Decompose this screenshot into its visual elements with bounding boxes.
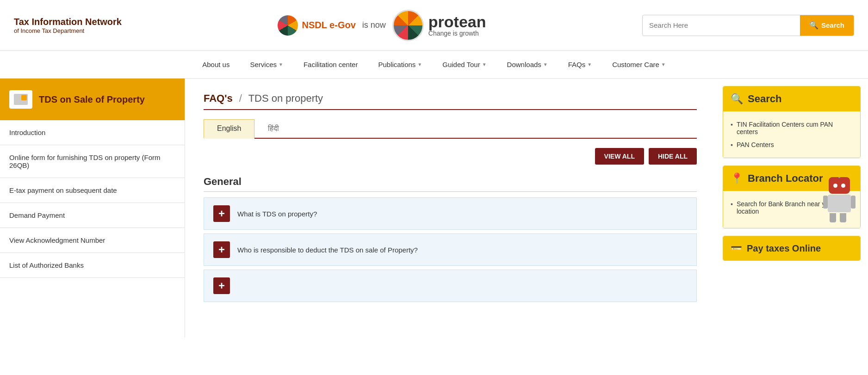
- sidebar-item-label: Demand Payment: [9, 211, 65, 219]
- sidebar-item-label: Introduction: [9, 129, 45, 136]
- sidebar-header-title: TDS on Sale of Property: [39, 93, 145, 105]
- sidebar-item-view-acknowledgment[interactable]: View Acknowledgment Number: [0, 228, 185, 253]
- search-magnifier-icon: 🔍: [731, 93, 743, 105]
- sidebar-item-label: List of Authorized Banks: [9, 261, 84, 269]
- nav-label-faqs: FAQs: [568, 61, 586, 68]
- breadcrumb: FAQ's / TDS on property: [204, 92, 697, 110]
- faq-question-2: Who is responsible to deduct the TDS on …: [237, 246, 418, 254]
- language-tabs: English हिंदी: [204, 119, 697, 139]
- search-button[interactable]: 🔍 Search: [800, 15, 854, 36]
- header: Tax Information Network of Income Tax De…: [0, 0, 868, 51]
- right-sidebar: 🔍 Search ▪ TIN Facilitation Centers cum …: [715, 79, 868, 338]
- site-title: Tax Information Network: [14, 17, 122, 27]
- faq-item-1[interactable]: + What is TDS on property?: [204, 197, 697, 230]
- tab-english[interactable]: English: [204, 119, 254, 139]
- search-icon: 🔍: [809, 21, 818, 30]
- sidebar-item-label: View Acknowledgment Number: [9, 236, 105, 244]
- breadcrumb-separator: /: [239, 92, 242, 104]
- action-buttons: VIEW ALL HIDE ALL: [204, 148, 697, 165]
- sidebar-item-etax[interactable]: E-tax payment on subsequent date: [0, 178, 185, 203]
- tab-hindi[interactable]: हिंदी: [254, 119, 292, 138]
- is-now-text: is now: [362, 20, 386, 30]
- sidebar-item-form-26qb[interactable]: Online form for furnishing TDS on proper…: [0, 145, 185, 178]
- pay-widget-title: Pay taxes Online: [747, 243, 821, 254]
- sidebar-item-demand-payment[interactable]: Demand Payment: [0, 203, 185, 228]
- guided-tour-chevron-icon: ▼: [482, 62, 487, 67]
- general-section: General + What is TDS on property? + Who…: [204, 176, 697, 302]
- search-bar: 🔍 Search: [642, 15, 854, 36]
- view-all-button[interactable]: VIEW ALL: [595, 148, 644, 165]
- nav-label-customer-care: Customer Care: [612, 61, 659, 68]
- sidebar-item-label: E-tax payment on subsequent date: [9, 186, 117, 194]
- search-widget-title: Search: [748, 93, 781, 105]
- nav-item-facilitation[interactable]: Facilitation center: [293, 51, 368, 79]
- services-chevron-icon: ▼: [279, 62, 283, 67]
- tab-english-label: English: [217, 124, 241, 132]
- site-subtitle: of Income Tax Department: [14, 27, 122, 34]
- bullet-icon: ▪: [731, 141, 733, 148]
- nav-item-guided-tour[interactable]: Guided Tour ▼: [432, 51, 496, 79]
- protean-name: protean: [428, 14, 486, 30]
- faq-plus-icon-2: +: [213, 241, 230, 258]
- faq-item-2[interactable]: + Who is responsible to deduct the TDS o…: [204, 234, 697, 266]
- brand-center: NSDL e-Gov is now protean Change is grow…: [278, 10, 486, 41]
- pay-taxes-widget: 💳 Pay taxes Online: [723, 236, 861, 261]
- protean-text-block: protean Change is growth: [428, 14, 486, 37]
- faq-plus-icon-1: +: [213, 205, 230, 222]
- sidebar-header-icon: [9, 90, 32, 109]
- breadcrumb-faq: FAQ's: [204, 92, 233, 104]
- pay-widget-header: 💳 Pay taxes Online: [723, 236, 860, 260]
- nav-label-publications: Publications: [378, 61, 415, 68]
- protean-tagline: Change is growth: [428, 30, 486, 37]
- publications-chevron-icon: ▼: [417, 62, 422, 67]
- nav-item-faqs[interactable]: FAQs ▼: [558, 51, 602, 79]
- search-button-label: Search: [821, 21, 844, 29]
- nav-label-services: Services: [250, 61, 277, 68]
- nav-item-publications[interactable]: Publications ▼: [368, 51, 432, 79]
- section-title: General: [204, 176, 697, 192]
- nav-label-guided-tour: Guided Tour: [442, 61, 480, 68]
- faq-question-1: What is TDS on property?: [237, 210, 317, 218]
- nav-label-downloads: Downloads: [507, 61, 541, 68]
- downloads-chevron-icon: ▼: [543, 62, 548, 67]
- main-content: FAQ's / TDS on property English हिंदी VI…: [185, 79, 715, 338]
- hide-all-button[interactable]: HIDE ALL: [649, 148, 697, 165]
- nav-label-about: About us: [202, 61, 229, 68]
- protean-circle-icon: [392, 10, 424, 41]
- pay-icon: 💳: [731, 243, 742, 254]
- search-widget-body: ▪ TIN Facilitation Centers cum PAN cente…: [723, 111, 860, 158]
- search-input[interactable]: [643, 21, 800, 29]
- nsdl-logo-circle: [278, 15, 298, 36]
- nsdl-logo-wrapper: NSDL e-Gov: [278, 15, 355, 36]
- nav-item-about[interactable]: About us: [192, 51, 240, 79]
- customer-care-chevron-icon: ▼: [661, 62, 666, 67]
- main-nav: About us Services ▼ Facilitation center …: [0, 51, 868, 79]
- search-widget-header: 🔍 Search: [723, 86, 860, 111]
- faq-item-3[interactable]: +: [204, 270, 697, 302]
- tab-hindi-label: हिंदी: [268, 124, 279, 132]
- main-layout: TDS on Sale of Property Introduction Onl…: [0, 79, 868, 338]
- breadcrumb-page: TDS on property: [248, 92, 323, 104]
- sidebar-item-label: Online form for furnishing TDS on proper…: [9, 154, 161, 169]
- branch-locator-widget: 📍 Branch Locator ▪ Search for Bank Branc…: [723, 166, 861, 228]
- list-item[interactable]: ▪ TIN Facilitation Centers cum PAN cente…: [731, 118, 853, 138]
- bullet-icon: ▪: [731, 200, 733, 215]
- sidebar-item-authorized-banks[interactable]: List of Authorized Banks: [0, 253, 185, 278]
- nav-item-services[interactable]: Services ▼: [240, 51, 293, 79]
- nsdl-text: NSDL e-Gov: [302, 20, 355, 31]
- search-widget: 🔍 Search ▪ TIN Facilitation Centers cum …: [723, 86, 861, 158]
- left-sidebar: TDS on Sale of Property Introduction Onl…: [0, 79, 185, 338]
- map-pin-icon: 📍: [731, 172, 743, 184]
- sidebar-header: TDS on Sale of Property: [0, 79, 185, 120]
- nav-item-downloads[interactable]: Downloads ▼: [497, 51, 558, 79]
- nav-label-facilitation: Facilitation center: [304, 61, 358, 68]
- branch-widget-title: Branch Locator: [748, 172, 823, 184]
- protean-logo: protean Change is growth: [392, 10, 486, 41]
- faqs-chevron-icon: ▼: [587, 62, 592, 67]
- faq-plus-icon-3: +: [213, 277, 230, 294]
- nav-item-customer-care[interactable]: Customer Care ▼: [602, 51, 676, 79]
- search-widget-list: ▪ TIN Facilitation Centers cum PAN cente…: [731, 118, 853, 151]
- bullet-icon: ▪: [731, 121, 733, 135]
- sidebar-item-introduction[interactable]: Introduction: [0, 120, 185, 145]
- list-item[interactable]: ▪ PAN Centers: [731, 138, 853, 151]
